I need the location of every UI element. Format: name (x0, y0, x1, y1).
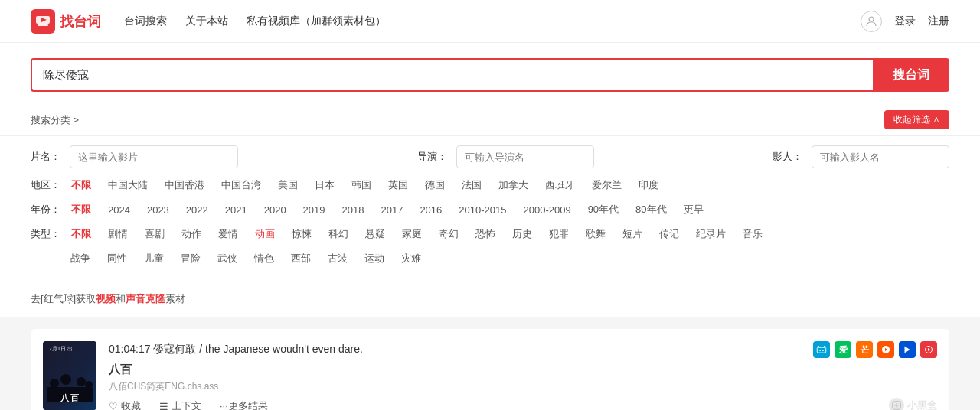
promo-middle: 和 (116, 293, 126, 304)
header: 找台词 台词搜索 关于本站 私有视频库（加群领素材包） 登录 注册 (0, 0, 980, 43)
genre-tag-wuxia[interactable]: 武侠 (210, 249, 245, 268)
movie-label: 片名： (31, 150, 60, 164)
region-tag-tw[interactable]: 中国台湾 (214, 176, 269, 194)
genre-tag-scifi[interactable]: 科幻 (321, 225, 356, 243)
year-tag-2022[interactable]: 2022 (178, 202, 216, 218)
watermark-icon (889, 398, 904, 410)
genre-tag-musical[interactable]: 歌舞 (578, 225, 613, 243)
platform-pptv[interactable] (920, 341, 937, 358)
promo-link-voice[interactable]: 声音克隆 (126, 293, 165, 304)
year-tag-2019[interactable]: 2019 (296, 202, 333, 218)
search-button[interactable]: 搜台词 (873, 58, 949, 92)
context-label: 上下文 (172, 399, 201, 410)
genre-tag-action[interactable]: 动作 (174, 225, 209, 243)
genre-tag-animation[interactable]: 动画 (247, 225, 283, 243)
genre-tag-family[interactable]: 家庭 (394, 225, 430, 243)
register-button[interactable]: 注册 (928, 15, 949, 28)
genre-tag-music[interactable]: 音乐 (735, 225, 770, 243)
svg-marker-19 (928, 348, 930, 351)
region-tag-uk[interactable]: 英国 (381, 176, 416, 194)
year-tag-unlimited[interactable]: 不限 (64, 200, 99, 219)
genre-tag-short[interactable]: 短片 (615, 225, 650, 243)
search-input[interactable] (31, 58, 873, 92)
region-tag-in[interactable]: 印度 (631, 176, 666, 194)
year-tag-2021[interactable]: 2021 (217, 202, 255, 218)
year-tag-2016[interactable]: 2016 (412, 202, 449, 218)
year-tag-2020[interactable]: 2020 (256, 202, 294, 218)
actor-input[interactable] (812, 145, 949, 168)
genre-tag-biography[interactable]: 传记 (652, 225, 687, 243)
user-avatar-icon[interactable] (861, 11, 882, 32)
year-tag-80s[interactable]: 80年代 (628, 200, 674, 219)
region-tag-ca[interactable]: 加拿大 (491, 176, 536, 194)
year-tag-2024[interactable]: 2024 (100, 202, 138, 218)
genre-tag-comedy[interactable]: 喜剧 (137, 225, 172, 243)
year-tag-2017[interactable]: 2017 (373, 202, 410, 218)
genre-tag-children[interactable]: 儿童 (136, 249, 172, 268)
region-tag-ie[interactable]: 爱尔兰 (584, 176, 629, 194)
heart-icon: ♡ (109, 401, 118, 411)
genre-tag-mystery[interactable]: 悬疑 (358, 225, 393, 243)
year-tag-2018[interactable]: 2018 (335, 202, 372, 218)
main-nav: 台词搜索 关于本站 私有视频库（加群领素材包） (124, 11, 386, 31)
genre-tag-lgbt[interactable]: 同性 (100, 249, 135, 268)
director-label: 导演： (417, 150, 447, 164)
nav-private[interactable]: 私有视频库（加群领素材包） (247, 11, 386, 31)
year-tag-earlier[interactable]: 更早 (676, 200, 711, 219)
platform-tencent[interactable] (899, 341, 916, 358)
result-title: 01:04:17 倭寇何敢 / the Japanese woudn't eve… (109, 343, 363, 356)
platform-youku[interactable] (877, 341, 894, 358)
collapse-button[interactable]: 收起筛选 ∧ (884, 110, 949, 129)
promo-link-video[interactable]: 视频 (96, 293, 116, 304)
region-tag-fr[interactable]: 法国 (454, 176, 489, 194)
category-bar: 搜索分类 > 收起筛选 ∧ (0, 104, 980, 136)
region-tag-es[interactable]: 西班牙 (537, 176, 583, 194)
platform-mango[interactable]: 芒 (856, 341, 873, 358)
year-tag-2023[interactable]: 2023 (139, 202, 177, 218)
director-input[interactable] (456, 145, 594, 168)
promo-bar: 去[红气球]获取视频和声音克隆素材 (0, 286, 980, 317)
year-tag-2000-2009[interactable]: 2000-2009 (515, 202, 578, 218)
platform-bilibili[interactable] (813, 341, 830, 358)
genre-tag-unlimited[interactable]: 不限 (64, 225, 99, 243)
region-tag-hk[interactable]: 中国香港 (157, 176, 212, 194)
year-tag-90s[interactable]: 90年代 (580, 200, 626, 219)
genre-tag-horror[interactable]: 恐怖 (468, 225, 503, 243)
genre-tag-erotic[interactable]: 情色 (247, 249, 282, 268)
year-tag-2010-2015[interactable]: 2010-2015 (451, 202, 514, 218)
promo-prefix: 去[红气球]获取 (31, 293, 96, 304)
platform-iqiyi[interactable]: 爱 (835, 341, 851, 358)
movie-name-input[interactable] (70, 145, 238, 168)
context-button[interactable]: ☰ 上下文 (159, 399, 201, 410)
svg-text:7月1日 出: 7月1日 出 (49, 346, 73, 351)
genre-tag-documentary[interactable]: 纪录片 (688, 225, 733, 243)
login-button[interactable]: 登录 (894, 15, 916, 28)
genre-tag-sport[interactable]: 运动 (357, 249, 392, 268)
more-results-button[interactable]: ···更多结果 (220, 399, 268, 410)
region-tag-de[interactable]: 德国 (417, 176, 452, 194)
collect-button[interactable]: ♡ 收藏 (109, 399, 141, 410)
genre-tag-war[interactable]: 战争 (63, 249, 98, 268)
genre-tag-disaster[interactable]: 灾难 (394, 249, 429, 268)
genre-tag-fantasy[interactable]: 奇幻 (431, 225, 466, 243)
genre-tag-history[interactable]: 历史 (505, 225, 540, 243)
region-tag-jp[interactable]: 日本 (307, 176, 342, 194)
region-tag-unlimited[interactable]: 不限 (64, 176, 99, 194)
year-filter-row: 年份： 不限 2024 2023 2022 2021 2020 2019 201… (31, 200, 949, 219)
genre-tag-western[interactable]: 西部 (283, 249, 318, 268)
watermark: 小黑盒 (889, 398, 937, 410)
genre-tag-adventure[interactable]: 冒险 (173, 249, 208, 268)
nav-about[interactable]: 关于本站 (185, 11, 228, 31)
genre-tag-drama[interactable]: 剧情 (100, 225, 136, 243)
region-tag-mainland[interactable]: 中国大陆 (100, 176, 155, 194)
logo[interactable]: 找台词 (31, 9, 101, 34)
genre-tag-crime[interactable]: 犯罪 (541, 225, 577, 243)
region-tag-kr[interactable]: 韩国 (344, 176, 379, 194)
genre-tag-romance[interactable]: 爱情 (211, 225, 246, 243)
results-area: 7月1日 出 八 百 7月1日 出 (0, 317, 980, 410)
genre-tag-costume[interactable]: 古装 (320, 249, 355, 268)
category-toggle[interactable]: 搜索分类 > (31, 113, 79, 127)
region-tag-us[interactable]: 美国 (270, 176, 305, 194)
genre-tag-thriller[interactable]: 惊悚 (284, 225, 319, 243)
nav-search[interactable]: 台词搜索 (124, 11, 167, 31)
